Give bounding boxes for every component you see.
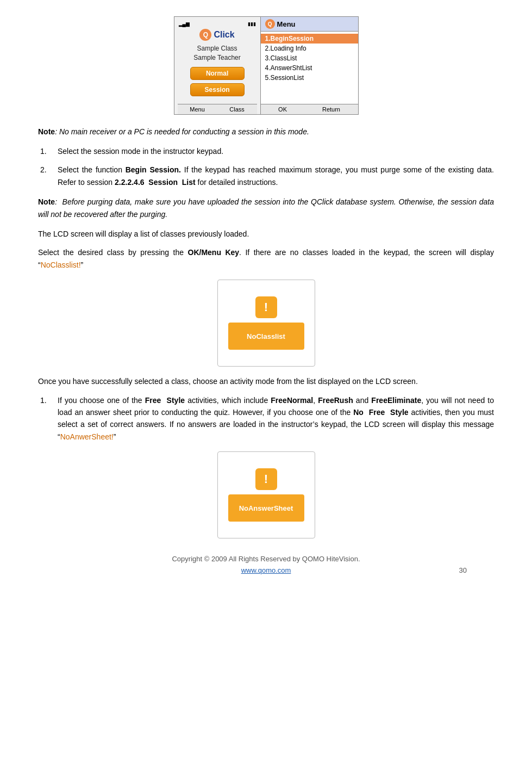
noclasslist-screenshot: ! NoClasslist <box>38 280 494 367</box>
step2-1: If you choose one of the Free Style acti… <box>38 394 494 443</box>
noclasslist-message: NoClasslist <box>228 323 304 350</box>
menu-q-icon: Q <box>265 19 275 29</box>
step-1-text: Select the session mode in the instructo… <box>58 145 223 157</box>
session-button[interactable]: Session <box>190 83 245 96</box>
click-logo-text: Click <box>214 30 234 40</box>
freenormal-bold: FreeNormal <box>271 396 313 405</box>
ok-label: OK <box>278 106 287 113</box>
device-bottom-bar-left: Menu Class <box>178 104 257 114</box>
para2: Select the desired class by pressing the… <box>38 246 494 271</box>
note2-label: Note <box>38 197 55 206</box>
noanswer-message: NoAnswerSheet <box>228 494 304 522</box>
ok-menu-key-bold: OK/Menu Key <box>188 248 240 257</box>
footer-link[interactable]: www.qomo.com <box>241 566 291 574</box>
device-bottom-bar-right: OK Return <box>261 104 358 114</box>
warning-icon-2: ! <box>255 468 277 490</box>
step-2: Select the function Begin Session. If th… <box>38 164 494 188</box>
class-label: Class <box>229 106 245 113</box>
menu-label: Menu <box>190 106 205 113</box>
note2: Note: Before purging data, make sure you… <box>38 196 494 220</box>
note1-label: Note <box>38 127 55 136</box>
step-2-text: Select the function Begin Session. If th… <box>58 164 494 188</box>
copyright-text: Copyright © 2009 All Rights Reserved by … <box>33 555 499 563</box>
menu-item-4[interactable]: 4.AnswerShtList <box>261 63 358 73</box>
battery-icon: ▮▮▮ <box>248 21 256 27</box>
step2-1-text: If you choose one of the Free Style acti… <box>58 394 494 443</box>
device-screenshot: ▂▄▆ ▮▮▮ Q Click Sample Class Sample Teac… <box>33 16 499 115</box>
page-number: 30 <box>459 566 467 574</box>
menu-list: 1.BeginSession 2.Loading Info 3.ClassLis… <box>261 32 358 85</box>
teacher-name: Sample Teacher <box>193 53 241 63</box>
status-bar: ▂▄▆ ▮▮▮ <box>178 21 257 27</box>
no-classlist-highlight: NoClasslist! <box>41 261 81 269</box>
class-name: Sample Class <box>193 44 241 53</box>
return-label: Return <box>322 106 340 113</box>
normal-button[interactable]: Normal <box>190 67 245 80</box>
para3: Once you have successfully selected a cl… <box>38 375 494 387</box>
q-logo-icon: Q <box>199 29 211 41</box>
footer-row: www.qomo.com 30 <box>33 566 499 574</box>
note1-text: : No main receiver or a PC is needed for… <box>55 127 309 136</box>
main-content: Note: No main receiver or a PC is needed… <box>33 126 499 538</box>
warning-icon-1: ! <box>255 296 277 318</box>
freeeliminate-bold: FreeEliminate <box>371 396 421 405</box>
para2-before: Select the desired class by pressing the <box>38 248 188 257</box>
menu-title: Menu <box>277 20 296 28</box>
logo-area: Q Click <box>199 29 234 41</box>
device-left-panel: ▂▄▆ ▮▮▮ Q Click Sample Class Sample Teac… <box>174 17 261 114</box>
device-frame: ▂▄▆ ▮▮▮ Q Click Sample Class Sample Teac… <box>174 16 359 115</box>
free-style-bold: Free Style <box>145 396 185 405</box>
lcd-frame-1: ! NoClasslist <box>217 280 315 367</box>
signal-icon: ▂▄▆ <box>179 21 190 27</box>
device-right-panel: Q Menu 1.BeginSession 2.Loading Info 3.C… <box>261 17 358 114</box>
note2-text: : Before purging data, make sure you hav… <box>38 197 494 218</box>
steps-list: Select the session mode in the instructo… <box>38 145 494 188</box>
para1: The LCD screen will display a list of cl… <box>38 228 494 240</box>
noanswer-screenshot: ! NoAnswerSheet <box>38 451 494 538</box>
menu-header: Q Menu <box>261 17 358 32</box>
menu-item-5[interactable]: 5.SessionList <box>261 73 358 83</box>
note1: Note: No main receiver or a PC is needed… <box>38 126 494 138</box>
menu-item-1[interactable]: 1.BeginSession <box>261 34 358 44</box>
steps2-list: If you choose one of the Free Style acti… <box>38 394 494 443</box>
class-info: Sample Class Sample Teacher <box>193 44 241 63</box>
begin-session-bold: Begin Session. <box>126 165 181 174</box>
session-list-ref: 2.2.2.4.6 Session List <box>115 178 196 187</box>
lcd-frame-2: ! NoAnswerSheet <box>217 451 315 538</box>
para2-end: ” <box>81 261 84 269</box>
freerush-bold: FreeRush <box>318 396 353 405</box>
no-answer-sheet-highlight: NoAnwerSheet! <box>60 432 114 441</box>
menu-item-3[interactable]: 3.ClassList <box>261 53 358 63</box>
step-1: Select the session mode in the instructo… <box>38 145 494 157</box>
no-free-style-bold: No Free Style <box>353 408 408 417</box>
menu-item-2[interactable]: 2.Loading Info <box>261 44 358 53</box>
footer: Copyright © 2009 All Rights Reserved by … <box>33 555 499 574</box>
